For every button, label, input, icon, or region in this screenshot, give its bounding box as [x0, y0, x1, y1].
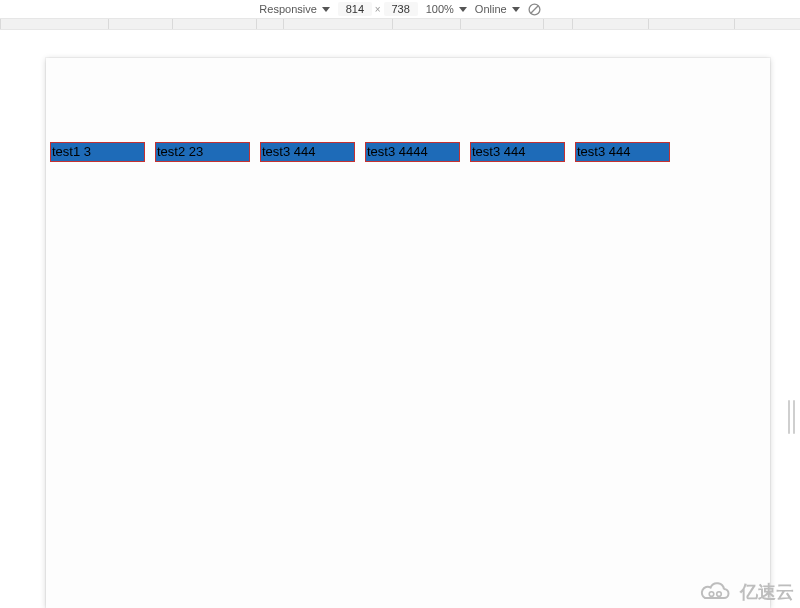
box-item: test2 23: [155, 142, 250, 162]
network-label: Online: [475, 3, 507, 15]
device-label: Responsive: [259, 3, 316, 15]
ruler-tick: [543, 19, 544, 29]
dimensions: ×: [338, 2, 418, 16]
flex-row: test1 3 test2 23 test3 444 test3 4444 te…: [50, 142, 670, 162]
ruler-tick: [172, 19, 173, 29]
ruler-tick: [734, 19, 735, 29]
caret-down-icon: [512, 7, 520, 12]
zoom-label: 100%: [426, 3, 454, 15]
svg-line-1: [530, 5, 537, 12]
ruler-tick: [256, 19, 257, 29]
ruler-tick: [108, 19, 109, 29]
caret-down-icon: [322, 7, 330, 12]
ruler-tick: [0, 19, 1, 29]
breakpoint-ruler[interactable]: [0, 18, 800, 30]
dimension-separator: ×: [375, 4, 381, 15]
ruler-tick: [648, 19, 649, 29]
resize-handle[interactable]: [786, 400, 796, 434]
device-selector[interactable]: Responsive: [259, 3, 329, 15]
width-input[interactable]: [338, 2, 372, 16]
box-item: test1 3: [50, 142, 145, 162]
ruler-tick: [283, 19, 284, 29]
zoom-selector[interactable]: 100%: [426, 3, 467, 15]
box-item: test3 444: [470, 142, 565, 162]
height-input[interactable]: [384, 2, 418, 16]
box-item: test3 444: [260, 142, 355, 162]
ruler-tick: [392, 19, 393, 29]
device-frame: test1 3 test2 23 test3 444 test3 4444 te…: [46, 58, 770, 608]
box-item: test3 444: [575, 142, 670, 162]
ruler-tick: [460, 19, 461, 29]
devtools-toolbar: Responsive × 100% Online: [0, 0, 800, 18]
ruler-tick: [572, 19, 573, 29]
no-throttling-icon[interactable]: [528, 3, 541, 16]
viewport-stage: test1 3 test2 23 test3 444 test3 4444 te…: [0, 30, 800, 608]
network-selector[interactable]: Online: [475, 3, 520, 15]
box-item: test3 4444: [365, 142, 460, 162]
caret-down-icon: [459, 7, 467, 12]
